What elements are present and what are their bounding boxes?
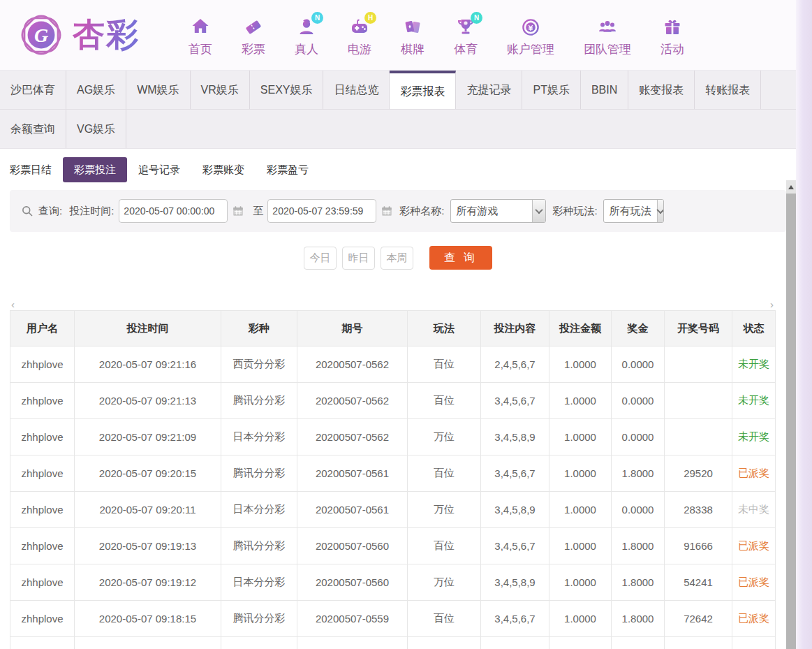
nav-label: 真人 <box>295 41 318 57</box>
subtab-追号记录[interactable]: 追号记录 <box>127 157 191 182</box>
cell-bet-time: 2020-05-07 09:21:16 <box>75 347 221 383</box>
cell-issue: 20200507-0562 <box>297 347 408 383</box>
game-select[interactable]: 所有游戏 <box>450 199 546 223</box>
scrollbar-thumb[interactable] <box>786 194 796 649</box>
cell-draw-numbers: 91666 <box>665 528 732 564</box>
cell-draw-numbers: 28338 <box>665 492 732 528</box>
cell-prize: 0.0000 <box>612 419 665 455</box>
calendar-icon[interactable] <box>232 205 244 217</box>
cell-play: 百位 <box>408 601 481 637</box>
tab-VG娱乐[interactable]: VG娱乐 <box>66 110 126 148</box>
table-row: zhhplove2020-05-07 09:19:13腾讯分分彩20200507… <box>10 528 776 564</box>
subtab-彩票投注[interactable]: 彩票投注 <box>63 157 127 182</box>
tab-AG娱乐[interactable]: AG娱乐 <box>66 71 126 109</box>
nav-item-team[interactable]: 团队管理 <box>575 13 640 57</box>
query-submit-button[interactable]: 查 询 <box>429 246 492 270</box>
tab-VR娱乐[interactable]: VR娱乐 <box>191 71 250 109</box>
tab-余额查询[interactable]: 余额查询 <box>0 110 66 148</box>
tab-BBIN[interactable]: BBIN <box>581 71 628 109</box>
scroll-right-icon[interactable]: › <box>769 300 775 310</box>
cell-issue: 20200507-0562 <box>297 419 408 455</box>
time-from-input[interactable] <box>119 199 228 223</box>
search-icon <box>21 205 34 217</box>
cell-lottery: 日本分分彩 <box>221 492 297 528</box>
column-header: 投注时间 <box>75 311 221 347</box>
subtab-彩票盈亏[interactable]: 彩票盈亏 <box>256 157 320 182</box>
brand-logo[interactable]: G 杏彩 <box>15 9 163 61</box>
tab-WM娱乐[interactable]: WM娱乐 <box>126 71 190 109</box>
cell-status: 未中奖 <box>732 637 776 649</box>
cell-draw-numbers: 54241 <box>665 564 732 601</box>
cell-play: 百位 <box>408 347 481 383</box>
cell-issue: 20200507-0559 <box>297 601 408 637</box>
tab-SEXY娱乐[interactable]: SEXY娱乐 <box>250 71 324 109</box>
tab-PT娱乐[interactable]: PT娱乐 <box>522 71 580 109</box>
cell-issue: 20200507-0559 <box>297 637 408 649</box>
play-select[interactable]: 所有玩法 <box>603 199 664 223</box>
cell-bet-content: 3,4,5,6,7 <box>481 528 549 564</box>
tab-充提记录[interactable]: 充提记录 <box>456 71 522 109</box>
cell-bet-content: 3,4,5,8,9 <box>481 492 549 528</box>
column-header: 状态 <box>732 311 776 347</box>
cell-lottery: 腾讯分分彩 <box>221 528 297 564</box>
cell-draw-numbers <box>665 383 732 419</box>
cell-status: 未开奖 <box>732 419 776 455</box>
chevron-down-icon <box>657 200 663 222</box>
lottery-subtabs: 彩票日结彩票投注追号记录彩票账变彩票盈亏 <box>10 157 796 182</box>
cell-status: 已派奖 <box>732 528 776 564</box>
nav-label: 账户管理 <box>507 41 554 57</box>
cell-bet-time: 2020-05-07 09:19:12 <box>75 564 221 601</box>
tab-转账报表[interactable]: 转账报表 <box>695 71 761 109</box>
cell-bet-time: 2020-05-07 09:21:09 <box>75 419 221 455</box>
cards-icon <box>402 17 423 38</box>
query-label: 查询: <box>38 205 62 218</box>
nav-item-home[interactable]: 首页 <box>180 13 221 57</box>
nav-item-gift[interactable]: 活动 <box>652 13 693 57</box>
today-button[interactable]: 今日 <box>304 247 337 270</box>
tab-账变报表[interactable]: 账变报表 <box>628 71 695 109</box>
to-label: 至 <box>253 205 263 218</box>
brand-name: 杏彩 <box>73 13 140 57</box>
cell-play: 百位 <box>408 383 481 419</box>
bets-table: 用户名投注时间彩种期号玩法投注内容投注金额奖金开奖号码状态 zhhplove20… <box>10 310 776 649</box>
cell-prize: 1.8000 <box>612 455 665 492</box>
subtab-彩票账变[interactable]: 彩票账变 <box>191 157 256 182</box>
tab-彩票报表[interactable]: 彩票报表 <box>390 71 456 109</box>
cell-username: zhhplove <box>10 492 75 528</box>
cell-bet-amount: 1.0000 <box>549 564 612 601</box>
report-tabbar: 沙巴体育AG娱乐WM娱乐VR娱乐SEXY娱乐日结总览彩票报表充提记录PT娱乐BB… <box>0 70 796 149</box>
game-name-label: 彩种名称: <box>399 205 444 218</box>
tab-沙巴体育[interactable]: 沙巴体育 <box>0 71 66 109</box>
yesterday-button[interactable]: 昨日 <box>342 247 375 270</box>
calendar-icon[interactable] <box>381 205 393 217</box>
tab-日结总览[interactable]: 日结总览 <box>323 71 390 109</box>
nav-item-live[interactable]: N真人 <box>286 13 327 57</box>
cell-status: 已派奖 <box>732 601 776 637</box>
cell-bet-amount: 1.0000 <box>549 419 612 455</box>
cell-draw-numbers <box>665 419 732 455</box>
cell-prize: 0.0000 <box>612 492 665 528</box>
nav-item-ticket[interactable]: 彩票 <box>233 13 274 57</box>
cell-bet-time: 2020-05-07 09:21:13 <box>75 383 221 419</box>
subtab-彩票日结[interactable]: 彩票日结 <box>10 157 63 182</box>
cell-draw-numbers: 17243 <box>665 637 732 649</box>
cell-username: zhhplove <box>10 528 75 564</box>
scroll-left-icon[interactable]: ‹ <box>10 300 16 310</box>
column-header: 期号 <box>297 311 408 347</box>
game-select-value: 所有游戏 <box>451 205 532 218</box>
this-week-button[interactable]: 本周 <box>381 247 413 270</box>
cell-prize: 0.0000 <box>612 347 665 383</box>
tab-row-2: 余额查询VG娱乐 <box>0 109 796 148</box>
bet-time-label: 投注时间: <box>69 205 114 218</box>
nav-item-account[interactable]: 账户管理 <box>499 13 563 57</box>
time-to-input[interactable] <box>267 199 376 223</box>
column-header: 用户名 <box>10 311 75 347</box>
column-header: 投注内容 <box>481 311 549 347</box>
trophy-icon: N <box>455 17 476 38</box>
nav-item-cards[interactable]: 棋牌 <box>392 13 433 57</box>
cell-draw-numbers: 29520 <box>665 455 732 492</box>
nav-item-gamepad[interactable]: H电游 <box>339 13 380 57</box>
table-row: zhhplove2020-05-07 09:18:11日本分分彩20200507… <box>10 637 776 649</box>
nav-item-trophy[interactable]: N体育 <box>445 13 486 57</box>
scroll-up-icon[interactable] <box>786 180 796 194</box>
